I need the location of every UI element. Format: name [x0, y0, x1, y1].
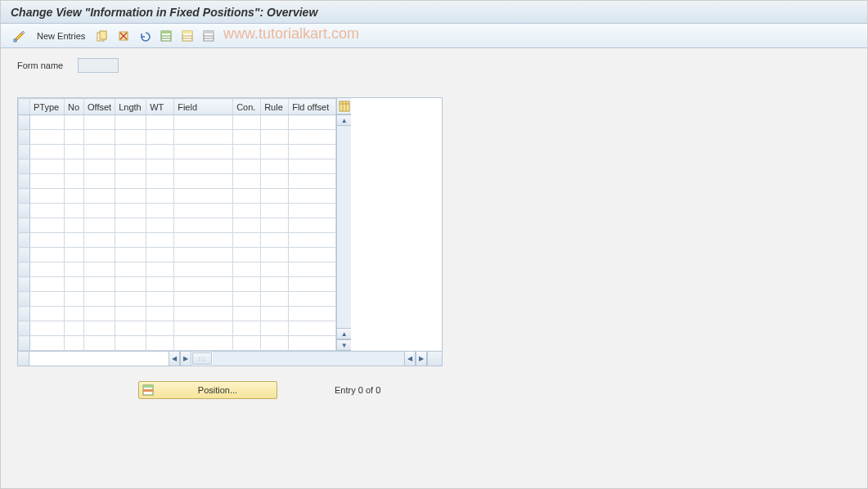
cell[interactable]: [65, 174, 84, 189]
cell[interactable]: [289, 248, 336, 262]
scroll-track[interactable]: [337, 126, 351, 328]
cell[interactable]: [146, 189, 174, 204]
cell[interactable]: [174, 159, 233, 174]
cell[interactable]: [146, 277, 174, 292]
toggle-edit-button[interactable]: [11, 27, 29, 45]
cell[interactable]: [233, 307, 261, 321]
cell[interactable]: [115, 174, 146, 189]
cell[interactable]: [174, 248, 233, 262]
cell[interactable]: [174, 130, 233, 145]
position-button[interactable]: Position...: [138, 381, 277, 399]
row-selector[interactable]: [19, 248, 30, 262]
cell[interactable]: [289, 130, 336, 145]
cell[interactable]: [115, 292, 146, 307]
cell[interactable]: [115, 262, 146, 277]
cell[interactable]: [65, 336, 84, 351]
cell[interactable]: [65, 262, 84, 277]
cell[interactable]: [84, 233, 115, 248]
cell[interactable]: [289, 159, 336, 174]
cell[interactable]: [30, 277, 65, 292]
cell[interactable]: [174, 145, 233, 159]
cell[interactable]: [84, 336, 115, 351]
delete-button[interactable]: [115, 27, 133, 45]
row-selector[interactable]: [19, 130, 30, 145]
cell[interactable]: [146, 292, 174, 307]
cell[interactable]: [146, 321, 174, 336]
scroll-up-button[interactable]: ▲: [337, 114, 351, 126]
cell[interactable]: [146, 145, 174, 159]
cell[interactable]: [174, 336, 233, 351]
cell[interactable]: [233, 218, 261, 233]
cell[interactable]: [30, 145, 65, 159]
vertical-scrollbar[interactable]: ▲ ▲ ▼: [336, 98, 351, 351]
cell[interactable]: [289, 292, 336, 307]
cell[interactable]: [289, 336, 336, 351]
column-header[interactable]: No: [65, 99, 84, 115]
cell[interactable]: [30, 262, 65, 277]
cell[interactable]: [65, 321, 84, 336]
scroll-right-button[interactable]: ▶: [180, 352, 191, 366]
cell[interactable]: [261, 189, 289, 204]
cell[interactable]: [146, 218, 174, 233]
cell[interactable]: [84, 262, 115, 277]
cell[interactable]: [65, 204, 84, 218]
cell[interactable]: [65, 307, 84, 321]
cell[interactable]: [65, 130, 84, 145]
cell[interactable]: [30, 248, 65, 262]
cell[interactable]: [174, 233, 233, 248]
cell[interactable]: [261, 233, 289, 248]
cell[interactable]: [146, 262, 174, 277]
cell[interactable]: [261, 159, 289, 174]
cell[interactable]: [261, 336, 289, 351]
cell[interactable]: [65, 218, 84, 233]
cell[interactable]: [233, 189, 261, 204]
cell[interactable]: [146, 174, 174, 189]
column-header[interactable]: Con.: [233, 99, 261, 115]
cell[interactable]: [30, 233, 65, 248]
row-selector[interactable]: [19, 336, 30, 351]
cell[interactable]: [115, 189, 146, 204]
copy-button[interactable]: [93, 27, 111, 45]
cell[interactable]: [233, 174, 261, 189]
column-header[interactable]: Lngth: [115, 99, 146, 115]
cell[interactable]: [233, 277, 261, 292]
cell[interactable]: [84, 292, 115, 307]
cell[interactable]: [84, 248, 115, 262]
cell[interactable]: [289, 218, 336, 233]
scroll-left-button[interactable]: ◀: [169, 352, 180, 366]
cell[interactable]: [84, 145, 115, 159]
cell[interactable]: [65, 233, 84, 248]
cell[interactable]: [115, 159, 146, 174]
row-selector[interactable]: [19, 159, 30, 174]
cell[interactable]: [174, 189, 233, 204]
cell[interactable]: [146, 307, 174, 321]
cell[interactable]: [289, 277, 336, 292]
row-selector[interactable]: [19, 262, 30, 277]
cell[interactable]: [30, 159, 65, 174]
cell[interactable]: [261, 262, 289, 277]
column-header[interactable]: Field: [174, 99, 233, 115]
cell[interactable]: [84, 115, 115, 130]
scroll-left-end-button[interactable]: ◀: [404, 352, 416, 366]
cell[interactable]: [115, 277, 146, 292]
cell[interactable]: [65, 292, 84, 307]
cell[interactable]: [146, 159, 174, 174]
cell[interactable]: [174, 218, 233, 233]
cell[interactable]: [84, 204, 115, 218]
horizontal-scrollbar[interactable]: ◀ ▶ ::: ◀ ▶: [18, 351, 442, 366]
cell[interactable]: [65, 145, 84, 159]
row-selector[interactable]: [19, 307, 30, 321]
cell[interactable]: [289, 204, 336, 218]
cell[interactable]: [65, 159, 84, 174]
select-all-button[interactable]: [157, 27, 175, 45]
cell[interactable]: [84, 307, 115, 321]
cell[interactable]: [146, 336, 174, 351]
cell[interactable]: [174, 277, 233, 292]
cell[interactable]: [115, 336, 146, 351]
cell[interactable]: [174, 115, 233, 130]
cell[interactable]: [261, 321, 289, 336]
cell[interactable]: [261, 277, 289, 292]
cell[interactable]: [233, 233, 261, 248]
cell[interactable]: [30, 321, 65, 336]
row-selector[interactable]: [19, 233, 30, 248]
